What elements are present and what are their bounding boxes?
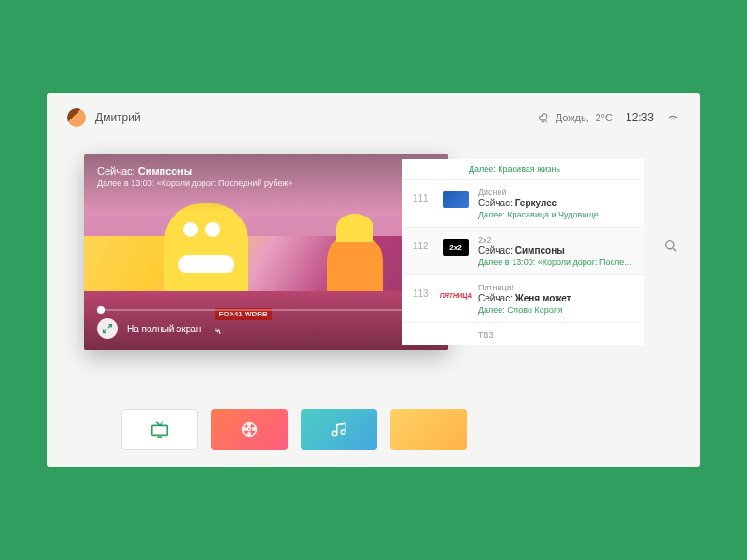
weather-widget[interactable]: Дождь, -2°C [538, 111, 613, 124]
cast-icon[interactable] [214, 322, 227, 335]
channel-now: Сейчас: Симпсоны [478, 245, 633, 256]
channel-logo [443, 334, 469, 345]
progress-bar[interactable] [97, 309, 435, 311]
now-playing-title: Сейчас: Симпсоны [97, 165, 435, 176]
channel-item[interactable]: ТВ3 [402, 323, 644, 345]
film-icon [240, 420, 259, 439]
channel-logo-2x2: 2x2 [443, 239, 469, 256]
player-info: Сейчас: Симпсоны Далее в 13:00: «Короли … [97, 165, 435, 188]
channel-item[interactable]: 113 ПЯТНИЦА Пятница! Сейчас: Женя может … [402, 275, 644, 323]
dock-movies[interactable] [211, 409, 288, 450]
channel-number: 113 [413, 283, 433, 299]
channel-logo-disney [443, 191, 469, 208]
player-overlay: Сейчас: Симпсоны Далее в 13:00: «Короли … [84, 154, 448, 350]
channel-name: Пятница! [478, 283, 633, 292]
app-window: Дмитрий Дождь, -2°C 12:33 FOX41 WDRB Сей… [47, 93, 700, 467]
rain-icon [538, 111, 551, 124]
user-section[interactable]: Дмитрий [67, 108, 141, 127]
channel-number: 112 [413, 235, 433, 251]
fullscreen-button[interactable] [97, 318, 118, 339]
channel-list[interactable]: Далее: Красивая жизнь 111 Дисней Сейчас:… [402, 159, 644, 345]
svg-point-3 [247, 427, 250, 430]
player-controls: На полный экран [97, 318, 435, 339]
channel-number [413, 330, 433, 336]
video-player[interactable]: FOX41 WDRB Сейчас: Симпсоны Далее в 13:0… [84, 154, 448, 350]
channel-name: 2x2 [478, 235, 633, 245]
svg-point-4 [248, 424, 251, 427]
dock-other[interactable] [390, 409, 467, 450]
avatar[interactable] [67, 108, 86, 127]
channel-item[interactable]: 112 2x2 2x2 Сейчас: Симпсоны Далее в 13:… [402, 228, 644, 275]
up-next: Далее в 13:00: «Короли дорог: Последний … [97, 178, 435, 188]
svg-point-8 [332, 431, 337, 436]
weather-text: Дождь, -2°C [556, 112, 613, 123]
dock [121, 409, 467, 450]
clock: 12:33 [626, 111, 654, 124]
channel-logo-friday: ПЯТНИЦА [443, 287, 469, 303]
header-status: Дождь, -2°C 12:33 [538, 111, 680, 124]
header: Дмитрий Дождь, -2°C 12:33 [47, 93, 700, 142]
search-button[interactable] [663, 238, 678, 253]
svg-point-5 [253, 428, 256, 431]
time-remaining: - 0:26:19 [97, 288, 435, 298]
svg-point-9 [341, 430, 345, 435]
dock-music[interactable] [301, 409, 377, 450]
svg-point-6 [248, 433, 251, 436]
channel-item[interactable]: 111 Дисней Сейчас: Геркулес Далее: Краса… [402, 180, 644, 228]
channel-name: ТВ3 [478, 330, 633, 340]
svg-rect-1 [152, 425, 168, 435]
fullscreen-label: На полный экран [127, 324, 201, 334]
channel-next: Далее: Слово Короля [478, 305, 633, 315]
channel-next: Далее: Красавица и Чудовище [478, 210, 633, 219]
channel-now: Сейчас: Геркулес [478, 198, 633, 208]
player-controls-area: - 0:26:19 На полный экран [97, 288, 435, 339]
music-icon [331, 421, 347, 438]
channel-next: Далее в 13:00: «Короли дорог: Последний … [478, 258, 633, 267]
channel-name: Дисней [478, 188, 633, 197]
svg-point-2 [243, 423, 257, 437]
channel-now: Сейчас: Женя может [478, 293, 633, 303]
wifi-icon [667, 111, 680, 124]
svg-point-0 [666, 241, 674, 249]
svg-point-7 [244, 428, 247, 431]
dock-tv[interactable] [121, 409, 198, 450]
tv-icon [149, 419, 170, 440]
channel-number: 111 [413, 188, 433, 203]
username: Дмитрий [95, 111, 141, 124]
prev-channel-next: Далее: Красивая жизнь [402, 159, 644, 180]
